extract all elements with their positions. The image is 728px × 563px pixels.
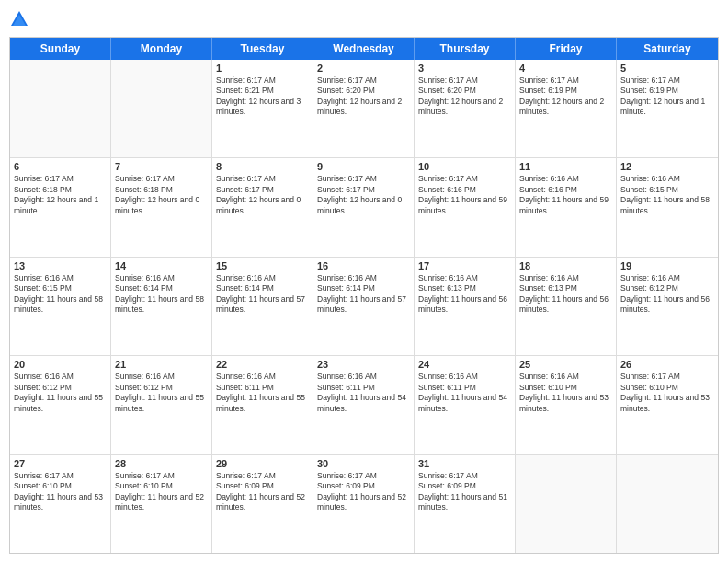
header-day-tuesday: Tuesday — [212, 38, 313, 60]
page: SundayMondayTuesdayWednesdayThursdayFrid… — [0, 0, 728, 563]
calendar-row-4: 27Sunrise: 6:17 AM Sunset: 6:10 PM Dayli… — [10, 455, 718, 553]
day-number: 20 — [14, 359, 107, 370]
header-day-wednesday: Wednesday — [313, 38, 415, 60]
day-number: 21 — [115, 359, 208, 370]
cell-daylight-info: Sunrise: 6:17 AM Sunset: 6:17 PM Dayligh… — [216, 174, 309, 216]
cell-daylight-info: Sunrise: 6:16 AM Sunset: 6:14 PM Dayligh… — [115, 273, 208, 316]
cell-daylight-info: Sunrise: 6:16 AM Sunset: 6:15 PM Dayligh… — [14, 273, 107, 316]
cell-daylight-info: Sunrise: 6:17 AM Sunset: 6:10 PM Dayligh… — [14, 471, 107, 513]
day-number: 13 — [14, 260, 107, 271]
cell-daylight-info: Sunrise: 6:16 AM Sunset: 6:16 PM Dayligh… — [519, 174, 612, 216]
day-number: 23 — [317, 359, 410, 370]
calendar-cell: 23Sunrise: 6:16 AM Sunset: 6:11 PM Dayli… — [313, 356, 415, 454]
day-number: 11 — [519, 161, 612, 172]
calendar-cell: 28Sunrise: 6:17 AM Sunset: 6:10 PM Dayli… — [111, 455, 212, 553]
cell-daylight-info: Sunrise: 6:16 AM Sunset: 6:13 PM Dayligh… — [418, 273, 511, 316]
calendar-cell: 20Sunrise: 6:16 AM Sunset: 6:12 PM Dayli… — [10, 356, 111, 454]
calendar-cell: 18Sunrise: 6:16 AM Sunset: 6:13 PM Dayli… — [516, 258, 617, 355]
day-number: 15 — [216, 260, 309, 271]
cell-daylight-info: Sunrise: 6:16 AM Sunset: 6:12 PM Dayligh… — [620, 273, 714, 316]
calendar-cell: 9Sunrise: 6:17 AM Sunset: 6:17 PM Daylig… — [313, 158, 415, 256]
cell-daylight-info: Sunrise: 6:17 AM Sunset: 6:10 PM Dayligh… — [620, 372, 714, 414]
calendar-cell: 15Sunrise: 6:16 AM Sunset: 6:14 PM Dayli… — [212, 258, 313, 355]
calendar-cell: 30Sunrise: 6:17 AM Sunset: 6:09 PM Dayli… — [313, 455, 415, 553]
calendar-cell: 24Sunrise: 6:16 AM Sunset: 6:11 PM Dayli… — [415, 356, 516, 454]
day-number: 4 — [519, 63, 612, 74]
cell-daylight-info: Sunrise: 6:16 AM Sunset: 6:10 PM Dayligh… — [519, 372, 612, 414]
header-day-monday: Monday — [111, 38, 212, 60]
calendar-cell — [617, 455, 718, 553]
day-number: 10 — [418, 161, 511, 172]
day-number: 27 — [14, 458, 107, 469]
day-number: 29 — [216, 458, 309, 469]
calendar-cell: 27Sunrise: 6:17 AM Sunset: 6:10 PM Dayli… — [10, 455, 111, 553]
cell-daylight-info: Sunrise: 6:16 AM Sunset: 6:12 PM Dayligh… — [115, 372, 208, 414]
day-number: 2 — [317, 63, 410, 74]
cell-daylight-info: Sunrise: 6:17 AM Sunset: 6:20 PM Dayligh… — [418, 75, 511, 118]
calendar-cell: 12Sunrise: 6:16 AM Sunset: 6:15 PM Dayli… — [617, 158, 718, 256]
calendar-cell: 16Sunrise: 6:16 AM Sunset: 6:14 PM Dayli… — [313, 258, 415, 355]
calendar-cell: 17Sunrise: 6:16 AM Sunset: 6:13 PM Dayli… — [415, 258, 516, 355]
cell-daylight-info: Sunrise: 6:16 AM Sunset: 6:11 PM Dayligh… — [317, 372, 410, 414]
cell-daylight-info: Sunrise: 6:17 AM Sunset: 6:17 PM Dayligh… — [317, 174, 410, 216]
calendar-cell: 5Sunrise: 6:17 AM Sunset: 6:19 PM Daylig… — [617, 60, 718, 157]
calendar-cell — [10, 60, 111, 157]
day-number: 28 — [115, 458, 208, 469]
calendar-cell: 1Sunrise: 6:17 AM Sunset: 6:21 PM Daylig… — [212, 60, 313, 157]
cell-daylight-info: Sunrise: 6:17 AM Sunset: 6:18 PM Dayligh… — [115, 174, 208, 216]
day-number: 14 — [115, 260, 208, 271]
cell-daylight-info: Sunrise: 6:17 AM Sunset: 6:09 PM Dayligh… — [317, 471, 410, 513]
logo-icon — [9, 9, 29, 29]
day-number: 30 — [317, 458, 410, 469]
calendar-row-2: 13Sunrise: 6:16 AM Sunset: 6:15 PM Dayli… — [10, 258, 718, 356]
cell-daylight-info: Sunrise: 6:16 AM Sunset: 6:14 PM Dayligh… — [317, 273, 410, 316]
day-number: 1 — [216, 63, 309, 74]
day-number: 16 — [317, 260, 410, 271]
calendar-cell: 13Sunrise: 6:16 AM Sunset: 6:15 PM Dayli… — [10, 258, 111, 355]
calendar-cell: 11Sunrise: 6:16 AM Sunset: 6:16 PM Dayli… — [516, 158, 617, 256]
cell-daylight-info: Sunrise: 6:17 AM Sunset: 6:10 PM Dayligh… — [115, 471, 208, 513]
calendar-cell: 8Sunrise: 6:17 AM Sunset: 6:17 PM Daylig… — [212, 158, 313, 256]
cell-daylight-info: Sunrise: 6:17 AM Sunset: 6:18 PM Dayligh… — [14, 174, 107, 216]
cell-daylight-info: Sunrise: 6:17 AM Sunset: 6:09 PM Dayligh… — [418, 471, 511, 513]
logo — [9, 9, 33, 29]
cell-daylight-info: Sunrise: 6:16 AM Sunset: 6:14 PM Dayligh… — [216, 273, 309, 316]
cell-daylight-info: Sunrise: 6:17 AM Sunset: 6:19 PM Dayligh… — [519, 75, 612, 118]
day-number: 5 — [620, 63, 714, 74]
calendar-row-0: 1Sunrise: 6:17 AM Sunset: 6:21 PM Daylig… — [10, 60, 718, 158]
day-number: 6 — [14, 161, 107, 172]
calendar-body: 1Sunrise: 6:17 AM Sunset: 6:21 PM Daylig… — [10, 60, 718, 553]
cell-daylight-info: Sunrise: 6:16 AM Sunset: 6:15 PM Dayligh… — [620, 174, 714, 216]
cell-daylight-info: Sunrise: 6:17 AM Sunset: 6:21 PM Dayligh… — [216, 75, 309, 118]
day-number: 8 — [216, 161, 309, 172]
calendar-cell: 14Sunrise: 6:16 AM Sunset: 6:14 PM Dayli… — [111, 258, 212, 355]
calendar-header: SundayMondayTuesdayWednesdayThursdayFrid… — [10, 38, 718, 60]
cell-daylight-info: Sunrise: 6:16 AM Sunset: 6:11 PM Dayligh… — [216, 372, 309, 414]
calendar-cell: 29Sunrise: 6:17 AM Sunset: 6:09 PM Dayli… — [212, 455, 313, 553]
calendar-cell: 21Sunrise: 6:16 AM Sunset: 6:12 PM Dayli… — [111, 356, 212, 454]
calendar-cell: 31Sunrise: 6:17 AM Sunset: 6:09 PM Dayli… — [415, 455, 516, 553]
calendar-cell: 26Sunrise: 6:17 AM Sunset: 6:10 PM Dayli… — [617, 356, 718, 454]
day-number: 31 — [418, 458, 511, 469]
calendar-cell: 22Sunrise: 6:16 AM Sunset: 6:11 PM Dayli… — [212, 356, 313, 454]
calendar-cell: 2Sunrise: 6:17 AM Sunset: 6:20 PM Daylig… — [313, 60, 415, 157]
header — [9, 9, 719, 29]
calendar-cell — [516, 455, 617, 553]
day-number: 7 — [115, 161, 208, 172]
day-number: 25 — [519, 359, 612, 370]
calendar-cell: 7Sunrise: 6:17 AM Sunset: 6:18 PM Daylig… — [111, 158, 212, 256]
cell-daylight-info: Sunrise: 6:17 AM Sunset: 6:20 PM Dayligh… — [317, 75, 410, 118]
cell-daylight-info: Sunrise: 6:16 AM Sunset: 6:11 PM Dayligh… — [418, 372, 511, 414]
calendar-row-1: 6Sunrise: 6:17 AM Sunset: 6:18 PM Daylig… — [10, 158, 718, 257]
calendar-cell: 6Sunrise: 6:17 AM Sunset: 6:18 PM Daylig… — [10, 158, 111, 256]
calendar-cell: 3Sunrise: 6:17 AM Sunset: 6:20 PM Daylig… — [415, 60, 516, 157]
cell-daylight-info: Sunrise: 6:16 AM Sunset: 6:12 PM Dayligh… — [14, 372, 107, 414]
calendar-row-3: 20Sunrise: 6:16 AM Sunset: 6:12 PM Dayli… — [10, 356, 718, 454]
day-number: 19 — [620, 260, 714, 271]
cell-daylight-info: Sunrise: 6:17 AM Sunset: 6:19 PM Dayligh… — [620, 75, 714, 118]
calendar-cell — [111, 60, 212, 157]
calendar: SundayMondayTuesdayWednesdayThursdayFrid… — [9, 37, 719, 554]
header-day-sunday: Sunday — [10, 38, 111, 60]
header-day-thursday: Thursday — [415, 38, 516, 60]
day-number: 17 — [418, 260, 511, 271]
